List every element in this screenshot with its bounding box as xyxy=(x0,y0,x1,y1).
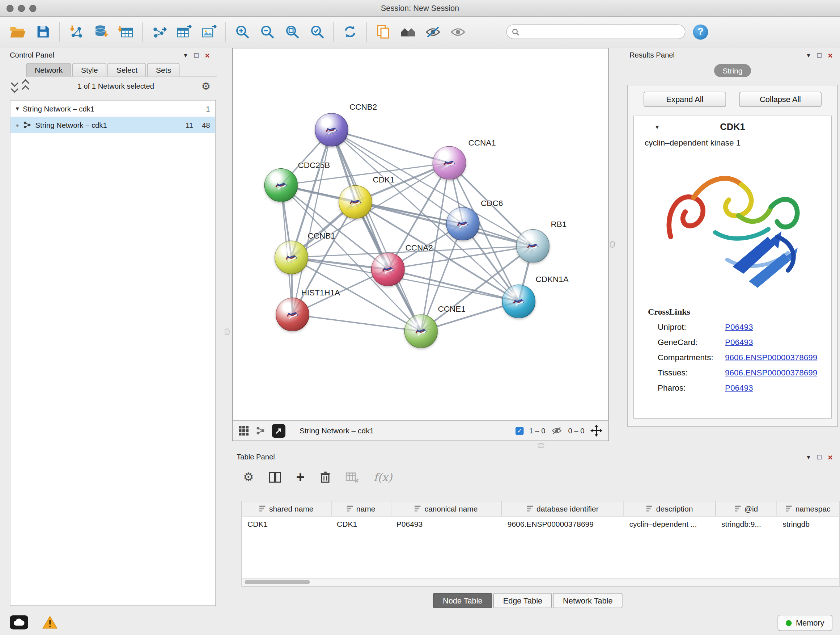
results-panel-close-button[interactable]: × xyxy=(825,51,836,60)
memory-button[interactable]: Memory xyxy=(777,615,832,631)
grid-view-icon[interactable] xyxy=(238,425,249,436)
export-network-button[interactable] xyxy=(147,20,172,43)
cloud-status-button[interactable] xyxy=(10,616,28,630)
compartments-link[interactable]: 9606.ENSP00000378699 xyxy=(725,353,817,362)
tab-style[interactable]: Style xyxy=(73,63,107,77)
uniprot-link[interactable]: P06493 xyxy=(725,322,753,332)
network-node-CDKN1A[interactable] xyxy=(502,285,536,318)
network-node-CCNB2[interactable] xyxy=(315,113,348,147)
show-columns-icon[interactable] xyxy=(269,472,281,483)
table-panel-close-button[interactable]: × xyxy=(825,453,836,462)
network-collection-row[interactable]: ▾ String Network – cdk1 1 xyxy=(11,101,216,117)
gene-section-caret[interactable]: ▾ xyxy=(655,124,659,131)
results-panel-collapse-button[interactable]: ▾ xyxy=(803,51,814,59)
table-cell[interactable]: stringdb:9... xyxy=(716,516,777,532)
column-header-shared-name[interactable]: shared name xyxy=(242,501,332,516)
table-cell[interactable]: CDK1 xyxy=(332,516,391,532)
right-splitter-handle[interactable] xyxy=(610,241,615,248)
search-input[interactable] xyxy=(523,27,680,36)
maximize-window-button[interactable] xyxy=(29,5,36,12)
selected-indicator-icon[interactable]: ✓ xyxy=(515,426,524,435)
tab-select[interactable]: Select xyxy=(108,63,146,77)
control-panel-float-button[interactable]: □ xyxy=(191,51,202,59)
results-panel-float-button[interactable]: □ xyxy=(814,51,825,59)
string-tab-badge[interactable]: String xyxy=(714,64,752,77)
expand-all-button[interactable]: Expand All xyxy=(644,92,726,107)
table-cell[interactable]: CDK1 xyxy=(242,516,332,532)
save-session-button[interactable] xyxy=(30,20,55,43)
collapse-all-networks-icon[interactable] xyxy=(23,80,28,92)
table-cell[interactable]: 9606.ENSP00000378699 xyxy=(502,516,624,532)
table-cell[interactable]: stringdb xyxy=(777,516,839,532)
network-node-CCNB1[interactable] xyxy=(275,241,308,274)
table-panel-float-button[interactable]: □ xyxy=(814,453,825,461)
zoom-in-button[interactable] xyxy=(230,20,255,43)
network-node-CCNA2[interactable] xyxy=(371,253,405,287)
column-header-database-identifier[interactable]: database identifier xyxy=(502,501,624,516)
tab-network[interactable]: Network xyxy=(26,63,71,77)
table-row[interactable]: CDK1CDK1P064939606.ENSP00000378699cyclin… xyxy=(242,516,840,532)
expand-all-networks-icon[interactable] xyxy=(12,80,17,92)
table-cell[interactable]: cyclin–dependent ... xyxy=(624,516,716,532)
control-panel-close-button[interactable]: × xyxy=(202,51,213,60)
network-edge[interactable] xyxy=(293,130,332,315)
create-column-icon[interactable]: + xyxy=(296,470,305,485)
zoom-selected-button[interactable] xyxy=(305,20,330,43)
zoom-fit-button[interactable] xyxy=(279,20,305,43)
bottom-splitter-handle[interactable] xyxy=(538,443,545,448)
column-header-canonical-name[interactable]: canonical name xyxy=(391,501,502,516)
tissues-link[interactable]: 9606.ENSP00000378699 xyxy=(725,368,817,377)
network-node-CCNA1[interactable] xyxy=(433,146,466,180)
import-table-button[interactable] xyxy=(114,20,139,43)
column-header--id[interactable]: @id xyxy=(716,501,777,516)
tab-edge-table[interactable]: Edge Table xyxy=(493,593,552,608)
tab-sets[interactable]: Sets xyxy=(147,63,180,77)
pharos-link[interactable]: P06493 xyxy=(725,383,753,393)
left-splitter-handle[interactable] xyxy=(225,329,230,335)
export-image-button[interactable] xyxy=(196,20,221,43)
home-view-button[interactable] xyxy=(396,20,421,43)
control-panel-collapse-button[interactable]: ▾ xyxy=(180,51,191,59)
column-header-namespac[interactable]: namespac xyxy=(777,501,839,516)
network-edge[interactable] xyxy=(332,130,422,332)
network-node-CDC6[interactable] xyxy=(446,207,480,241)
table-horizontal-scrollbar[interactable] xyxy=(242,578,840,586)
pan-crosshair-icon[interactable] xyxy=(590,424,603,437)
collapse-all-button[interactable]: Collapse All xyxy=(739,92,821,107)
minimize-window-button[interactable] xyxy=(18,5,25,12)
column-header-description[interactable]: description xyxy=(624,501,716,516)
network-options-gear-icon[interactable]: ⚙ xyxy=(201,81,210,91)
network-glyph-icon[interactable] xyxy=(256,426,265,435)
network-row[interactable]: ● String Network – cdk1 11 48 xyxy=(11,117,216,133)
network-edge[interactable] xyxy=(355,202,533,246)
tab-node-table[interactable]: Node Table xyxy=(433,593,493,608)
network-node-RB1[interactable] xyxy=(516,229,550,263)
table-panel-collapse-button[interactable]: ▾ xyxy=(803,453,814,461)
network-edge[interactable] xyxy=(293,315,422,332)
warning-indicator-button[interactable] xyxy=(42,616,57,631)
network-canvas[interactable]: CCNB2CCNA1CDC25BCDK1CDC6RB1CCNB1CCNA2CDK… xyxy=(233,49,608,421)
tab-network-table[interactable]: Network Table xyxy=(553,593,622,608)
scrollbar-thumb[interactable] xyxy=(245,580,310,584)
hide-selected-button[interactable] xyxy=(421,20,446,43)
close-window-button[interactable] xyxy=(6,5,14,12)
network-node-CCNE1[interactable] xyxy=(404,315,438,348)
help-button[interactable]: ? xyxy=(693,24,708,40)
genecard-link[interactable]: P06493 xyxy=(725,337,753,347)
network-node-CDK1[interactable] xyxy=(339,185,372,219)
table-cell[interactable]: P06493 xyxy=(391,516,502,532)
import-network-file-button[interactable] xyxy=(64,20,88,43)
open-session-button[interactable] xyxy=(5,20,30,43)
refresh-button[interactable] xyxy=(338,20,363,43)
import-network-database-button[interactable] xyxy=(88,20,114,43)
zoom-out-button[interactable] xyxy=(255,20,279,43)
column-header-name[interactable]: name xyxy=(332,501,391,516)
delete-column-trash-icon[interactable] xyxy=(320,471,330,483)
network-node-CDC25B[interactable] xyxy=(264,168,298,202)
collection-expand-caret[interactable]: ▾ xyxy=(16,105,19,112)
table-options-gear-icon[interactable]: ⚙ xyxy=(243,471,254,483)
duplicate-document-button[interactable] xyxy=(371,20,396,43)
export-table-button[interactable] xyxy=(172,20,196,43)
show-selected-button[interactable] xyxy=(446,20,471,43)
birdseye-view-button[interactable] xyxy=(272,424,286,438)
